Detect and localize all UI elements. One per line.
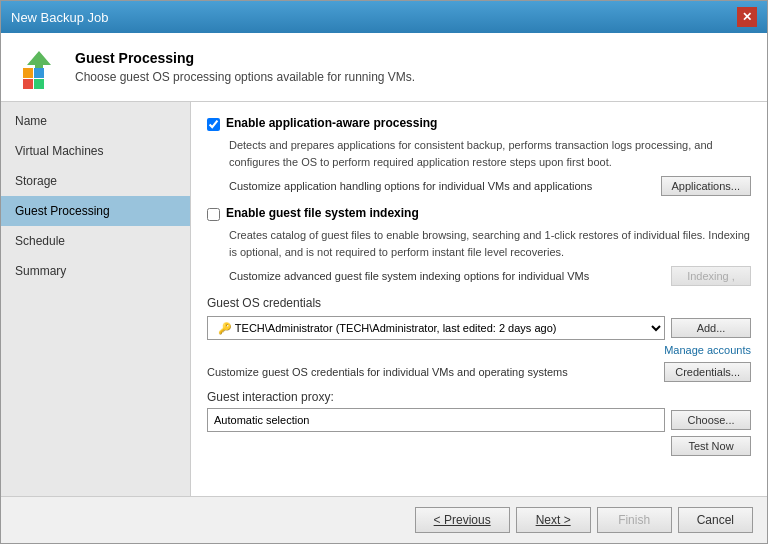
sidebar: Name Virtual Machines Storage Guest Proc…: [1, 102, 191, 496]
indexing-button[interactable]: Indexing ,: [671, 266, 751, 286]
proxy-row: Choose...: [207, 408, 751, 432]
sidebar-item-schedule[interactable]: Schedule: [1, 226, 190, 256]
credentials-select[interactable]: 🔑 TECH\Administrator (TECH\Administrator…: [207, 316, 665, 340]
applications-button[interactable]: Applications...: [661, 176, 751, 196]
indexing-customize-text: Customize advanced guest file system ind…: [229, 270, 671, 282]
app-aware-checkbox[interactable]: [207, 118, 220, 131]
sidebar-item-summary[interactable]: Summary: [1, 256, 190, 286]
app-aware-customize-row: Customize application handling options f…: [229, 176, 751, 196]
footer: < Previous Next > Finish Cancel: [1, 496, 767, 543]
guest-processing-icon: [15, 43, 63, 91]
indexing-checkbox[interactable]: [207, 208, 220, 221]
main-window: New Backup Job ✕ Guest Processing Choose…: [0, 0, 768, 544]
header-title: Guest Processing: [75, 50, 415, 66]
sidebar-item-virtual-machines[interactable]: Virtual Machines: [1, 136, 190, 166]
indexing-customize-row: Customize advanced guest file system ind…: [229, 266, 751, 286]
credentials-button[interactable]: Credentials...: [664, 362, 751, 382]
previous-label: < Previous: [434, 513, 491, 527]
header-text: Guest Processing Choose guest OS process…: [75, 50, 415, 84]
test-now-button[interactable]: Test Now: [671, 436, 751, 456]
indexing-label[interactable]: Enable guest file system indexing: [226, 206, 419, 220]
credentials-customize-row: Customize guest OS credentials for indiv…: [207, 362, 751, 382]
header-section: Guest Processing Choose guest OS process…: [1, 33, 767, 102]
main-content: Name Virtual Machines Storage Guest Proc…: [1, 102, 767, 496]
credentials-customize-text: Customize guest OS credentials for indiv…: [207, 366, 664, 378]
next-label: Next >: [536, 513, 571, 527]
window-title: New Backup Job: [11, 10, 109, 25]
svg-rect-2: [34, 79, 44, 89]
header-icon: [15, 43, 63, 91]
credentials-row: 🔑 TECH\Administrator (TECH\Administrator…: [207, 316, 751, 340]
indexing-description: Creates catalog of guest files to enable…: [229, 227, 751, 260]
app-aware-description: Detects and prepares applications for co…: [229, 137, 751, 170]
finish-button[interactable]: Finish: [597, 507, 672, 533]
choose-button[interactable]: Choose...: [671, 410, 751, 430]
app-aware-customize-text: Customize application handling options f…: [229, 180, 661, 192]
close-button[interactable]: ✕: [737, 7, 757, 27]
add-button[interactable]: Add...: [671, 318, 751, 338]
header-subtitle: Choose guest OS processing options avail…: [75, 70, 415, 84]
app-aware-row: Enable application-aware processing: [207, 116, 751, 131]
cancel-button[interactable]: Cancel: [678, 507, 753, 533]
proxy-label: Guest interaction proxy:: [207, 390, 751, 404]
proxy-input[interactable]: [207, 408, 665, 432]
sidebar-item-name[interactable]: Name: [1, 106, 190, 136]
indexing-row: Enable guest file system indexing: [207, 206, 751, 221]
app-aware-label[interactable]: Enable application-aware processing: [226, 116, 437, 130]
title-bar: New Backup Job ✕: [1, 1, 767, 33]
svg-rect-3: [23, 68, 33, 78]
credentials-label: Guest OS credentials: [207, 296, 751, 310]
manage-accounts-link[interactable]: Manage accounts: [207, 344, 751, 356]
svg-rect-1: [23, 79, 33, 89]
sidebar-item-storage[interactable]: Storage: [1, 166, 190, 196]
sidebar-item-guest-processing[interactable]: Guest Processing: [1, 196, 190, 226]
previous-button[interactable]: < Previous: [415, 507, 510, 533]
next-button[interactable]: Next >: [516, 507, 591, 533]
svg-rect-4: [34, 68, 44, 78]
content-area: Enable application-aware processing Dete…: [191, 102, 767, 496]
